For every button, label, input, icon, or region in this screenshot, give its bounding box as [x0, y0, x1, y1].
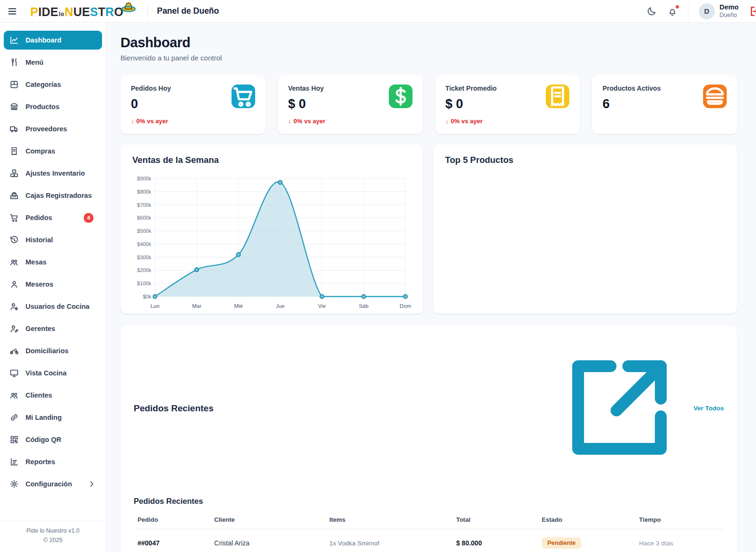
arrow-down-icon: ↓ — [131, 118, 134, 125]
sidebar-item-historial[interactable]: Historial — [4, 230, 102, 249]
svg-text:Dom: Dom — [400, 303, 411, 309]
main-content: Dashboard Bienvenido a tu panel de contr… — [106, 23, 756, 552]
logo-letter: D — [42, 5, 50, 18]
order-items: 1x Vodka Smirnof — [326, 529, 453, 552]
dark-mode-toggle[interactable] — [646, 6, 657, 17]
receipt-icon — [546, 85, 569, 108]
sidebar-item-usuarios-de-cocina[interactable]: Usuarios de Cocina — [4, 297, 102, 316]
sidebar-item-gerentes[interactable]: Gerentes — [4, 319, 102, 338]
svg-text:$500k: $500k — [137, 228, 151, 234]
svg-text:Jue: Jue — [276, 303, 285, 309]
column-header-estado: Estado — [538, 511, 636, 529]
column-header-pedido: Pedido — [134, 511, 210, 529]
view-all-link[interactable]: Ver Todos — [549, 337, 724, 480]
utensils-icon — [9, 58, 19, 67]
truck-icon — [9, 124, 19, 134]
sidebar-item-label: Gerentes — [26, 325, 55, 332]
recent-orders-table: PedidoClienteItemsTotalEstadoTiempo ##00… — [134, 511, 724, 552]
sidebar-item-pedidos[interactable]: Pedidos4 — [4, 208, 102, 227]
grid-icon — [9, 80, 19, 89]
logo-letter: N — [65, 5, 73, 18]
sidebar-item-vista-cocina[interactable]: Vista Cocina — [4, 364, 102, 382]
svg-text:$200k: $200k — [137, 267, 151, 273]
stat-change: ↓0% vs ayer — [446, 118, 570, 125]
sidebar-item-menu[interactable]: Menú — [4, 53, 102, 72]
stat-change: ↓0% vs ayer — [131, 118, 255, 125]
sidebar-item-label: Reportes — [26, 458, 55, 466]
history-icon — [9, 235, 19, 245]
stat-card-ticket-promedio: Ticket Promedio$ 0↓0% vs ayer — [435, 75, 580, 134]
users-icon — [9, 257, 19, 267]
sidebar-item-compras[interactable]: Compras — [4, 142, 102, 161]
sidebar-item-label: Clientes — [26, 391, 52, 399]
top-header: PIDEloNUESTRO Panel de Dueño D Demo Dueñ… — [0, 0, 756, 23]
sidebar-item-mi-landing[interactable]: Mi Landing — [4, 408, 102, 427]
svg-text:Mié: Mié — [234, 303, 243, 309]
sidebar: DashboardMenúCategoríasProductosProveedo… — [0, 23, 106, 552]
sidebar-item-clientes[interactable]: Clientes — [4, 386, 102, 405]
sidebar-item-configuracion[interactable]: Configuración — [4, 475, 102, 493]
top-products-card: Top 5 Productos — [433, 144, 737, 314]
user-name: Demo — [720, 3, 739, 11]
column-header-items: Items — [326, 511, 453, 529]
stat-card-productos-activos: Productos Activos6 — [592, 75, 737, 134]
logo-letter: E — [51, 5, 59, 18]
brand-logo[interactable]: PIDEloNUESTRO — [30, 4, 137, 19]
burger-icon — [9, 102, 19, 111]
sidebar-item-label: Pedidos — [26, 214, 52, 221]
sidebar-item-reportes[interactable]: Reportes — [4, 452, 102, 471]
arrow-down-icon: ↓ — [288, 118, 292, 125]
sidebar-item-label: Código QR — [26, 436, 61, 443]
order-id: ##0047 — [134, 529, 210, 552]
logo-letter: lo — [59, 11, 64, 17]
svg-text:$0k: $0k — [143, 294, 151, 299]
boxes-icon — [9, 169, 19, 178]
sidebar-item-meseros[interactable]: Meseros — [4, 275, 102, 294]
sidebar-item-cajas-registradoras[interactable]: Cajas Registradoras — [4, 186, 102, 205]
weekly-sales-title: Ventas de la Semana — [132, 155, 411, 165]
sidebar-item-label: Dashboard — [26, 36, 61, 44]
column-header-tiempo: Tiempo — [636, 511, 724, 529]
svg-text:$700k: $700k — [137, 202, 151, 208]
sidebar-item-productos[interactable]: Productos — [4, 97, 102, 116]
column-header-cliente: Cliente — [210, 511, 326, 529]
sidebar-item-label: Menú — [26, 59, 43, 66]
sidebar-item-domiciliarios[interactable]: Domiciliarios — [4, 341, 102, 360]
notifications-button[interactable] — [667, 6, 678, 17]
svg-text:$100k: $100k — [137, 280, 151, 286]
sidebar-item-label: Usuarios de Cocina — [26, 303, 89, 310]
stat-change: ↓0% vs ayer — [288, 118, 412, 125]
sidebar-item-mesas[interactable]: Mesas — [4, 253, 102, 272]
sidebar-item-categorias[interactable]: Categorías — [4, 75, 102, 94]
stat-card-pedidos-hoy: Pedidos Hoy0↓0% vs ayer — [120, 75, 266, 134]
page-title: Dashboard — [120, 35, 737, 51]
users-icon — [9, 391, 19, 400]
user-pen-icon — [9, 324, 19, 333]
sidebar-item-ajustes-inventario[interactable]: Ajustes Inventario — [4, 164, 102, 183]
recent-orders-card: Pedidos Recientes Ver Todos Pedidos Reci… — [120, 325, 737, 552]
logo-letter: S — [90, 5, 98, 18]
svg-text:$800k: $800k — [137, 189, 151, 195]
chevron-right-icon — [88, 480, 95, 488]
sidebar-item-dashboard[interactable]: Dashboard — [4, 31, 102, 50]
sidebar-item-proveedores[interactable]: Proveedores — [4, 119, 102, 138]
chart-line-icon — [9, 35, 19, 45]
order-total: $ 80.000 — [452, 529, 538, 552]
chart-point — [404, 295, 407, 298]
sidebar-item-codigo-qr[interactable]: Código QR — [4, 430, 102, 449]
user-menu[interactable]: D Demo Dueño — [688, 3, 739, 19]
logo-letter: P — [30, 5, 38, 18]
receipt-icon — [9, 146, 19, 156]
dollar-icon — [389, 85, 412, 108]
avatar: D — [699, 3, 715, 19]
monitor-icon — [9, 368, 19, 378]
motorcycle-icon — [9, 346, 19, 356]
arrow-down-icon: ↓ — [446, 118, 449, 125]
order-client: Cristal Ariza — [210, 529, 326, 552]
panel-title: Panel de Dueño — [157, 6, 219, 16]
chart-point — [153, 295, 157, 298]
recent-orders-title: Pedidos Recientes — [134, 403, 214, 414]
hamburger-menu-icon[interactable] — [7, 6, 17, 17]
logout-button[interactable] — [749, 5, 756, 17]
pending-orders-badge: 4 — [84, 213, 94, 223]
